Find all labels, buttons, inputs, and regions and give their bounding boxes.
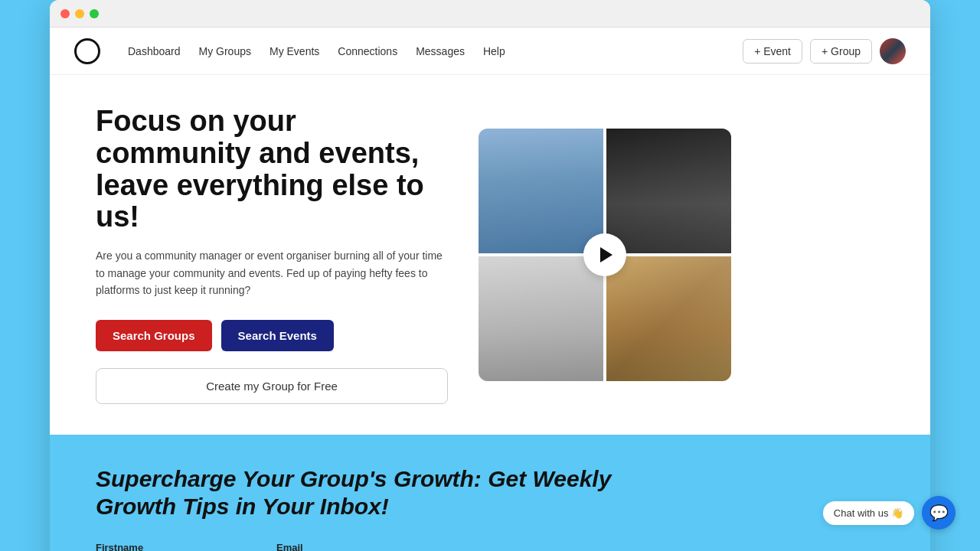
- cta-section: Supercharge Your Group's Growth: Get Wee…: [50, 435, 930, 551]
- hero-text: Focus on your community and events, leav…: [96, 106, 448, 404]
- nav-my-groups[interactable]: My Groups: [199, 45, 251, 57]
- hero-image-4: [606, 256, 731, 381]
- chat-widget: Chat with us 👋 💬: [823, 496, 956, 530]
- browser-titlebar: [50, 0, 930, 28]
- firstname-field: Firstname ···: [96, 542, 264, 551]
- nav-connections[interactable]: Connections: [338, 45, 397, 57]
- nav-my-events[interactable]: My Events: [270, 45, 319, 57]
- chat-button[interactable]: 💬: [922, 496, 956, 530]
- chat-label: Chat with us 👋: [823, 501, 914, 525]
- create-group-free-button[interactable]: Create my Group for Free: [96, 368, 448, 404]
- hero-section: Focus on your community and events, leav…: [50, 75, 930, 435]
- hero-image-3: [479, 256, 603, 381]
- cta-form: Firstname ··· Email Subscribe: [96, 542, 884, 551]
- play-icon: [600, 247, 612, 262]
- logo[interactable]: [74, 38, 100, 64]
- create-event-button[interactable]: + Event: [743, 39, 802, 64]
- email-label: Email: [276, 542, 552, 551]
- hero-title: Focus on your community and events, leav…: [96, 106, 448, 233]
- maximize-dot[interactable]: [90, 9, 99, 18]
- nav-links: Dashboard My Groups My Events Connection…: [128, 45, 743, 57]
- hero-buttons: Search Groups Search Events: [96, 320, 448, 351]
- chat-icon: 💬: [929, 504, 949, 522]
- create-group-button[interactable]: + Group: [810, 39, 872, 64]
- firstname-label: Firstname: [96, 542, 264, 551]
- browser-window: Dashboard My Groups My Events Connection…: [50, 0, 930, 551]
- hero-image-2: [606, 129, 731, 253]
- minimize-dot[interactable]: [75, 9, 84, 18]
- nav-help[interactable]: Help: [483, 45, 505, 57]
- nav-messages[interactable]: Messages: [416, 45, 465, 57]
- nav-dashboard[interactable]: Dashboard: [128, 45, 181, 57]
- search-groups-button[interactable]: Search Groups: [96, 320, 212, 351]
- email-field: Email: [276, 542, 552, 551]
- nav-actions: + Event + Group: [743, 38, 906, 64]
- hero-image-1: [479, 129, 603, 253]
- play-button[interactable]: [583, 233, 626, 276]
- hero-image-grid: [479, 129, 731, 381]
- search-events-button[interactable]: Search Events: [221, 320, 334, 351]
- navbar: Dashboard My Groups My Events Connection…: [50, 28, 930, 75]
- cta-title: Supercharge Your Group's Growth: Get Wee…: [96, 465, 632, 520]
- close-dot[interactable]: [60, 9, 70, 18]
- hero-subtitle: Are you a community manager or event org…: [96, 247, 448, 298]
- avatar[interactable]: [880, 38, 906, 64]
